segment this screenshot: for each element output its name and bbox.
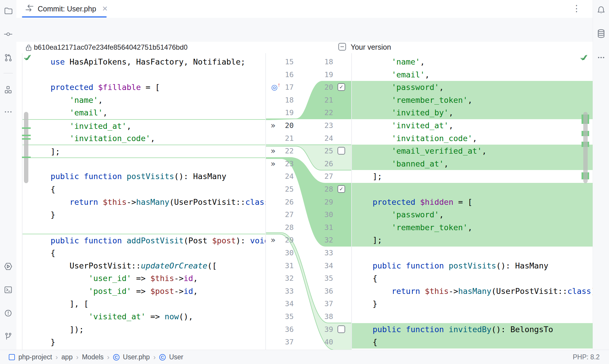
code-line: 'invitation_code', <box>22 132 265 145</box>
line-number-left: 21 <box>276 132 294 145</box>
breadcrumb-php-project[interactable]: php-project <box>18 353 52 361</box>
line-number-left: 26 <box>276 196 294 209</box>
chevron-marker-icon[interactable]: » <box>271 157 276 170</box>
code-line: public function postVisits(): HasMany <box>351 259 593 272</box>
hide-gutter-icons-icon[interactable] <box>596 53 606 63</box>
code-line <box>351 247 593 259</box>
breadcrumb-app[interactable]: app <box>61 353 72 361</box>
status-bar: php-project › app › Models › C User.php … <box>0 350 609 364</box>
more-tool-windows-icon[interactable] <box>3 107 13 117</box>
project-icon <box>9 354 15 360</box>
code-line: ]; <box>351 170 593 183</box>
breadcrumb: php-project › app › Models › C User.php … <box>0 353 183 361</box>
close-tab-icon[interactable]: ✕ <box>102 5 108 13</box>
line-number-right: 30 <box>316 208 333 221</box>
chevron-marker-icon[interactable]: » <box>271 234 276 247</box>
breadcrumb-models[interactable]: Models <box>82 353 103 361</box>
line-number-left: 30 <box>276 247 294 259</box>
line-number-left: 18 <box>276 94 294 107</box>
breadcrumb-user-class[interactable]: User <box>169 353 184 361</box>
diff-compare-icon <box>25 4 34 13</box>
left-scrollbar-change-mark <box>22 157 31 158</box>
code-line: 'remember_token', <box>351 221 593 234</box>
code-line: public function postVisits(): HasMany <box>22 170 265 183</box>
line-number-left: 28 <box>276 221 294 234</box>
code-line: { <box>351 336 593 349</box>
editor-tab-bar: Commit: User.php ✕ ⋮ <box>16 0 593 18</box>
chevron-marker-icon[interactable]: » <box>271 119 276 132</box>
change-checkbox-unchecked[interactable] <box>338 147 345 155</box>
commit-icon[interactable] <box>3 29 13 39</box>
code-line: } <box>22 336 265 349</box>
code-line: } <box>22 208 265 221</box>
class-icon: C <box>113 354 120 360</box>
left-scrollbar-change-mark <box>22 127 31 129</box>
kebab-menu-icon[interactable]: ⋮ <box>572 4 581 13</box>
database-icon[interactable] <box>596 29 606 39</box>
left-revision-hash: b610ea12171ac07e234fe8564042751b51476bd0 <box>34 43 188 51</box>
change-checkbox-checked[interactable]: ✓ <box>338 185 345 193</box>
code-line: ]; <box>351 234 593 247</box>
code-line <box>351 183 593 196</box>
your-version-checkbox[interactable] <box>338 43 346 51</box>
git-branch-icon[interactable] <box>3 332 13 342</box>
line-number-left: 32 <box>276 272 294 285</box>
services-run-icon[interactable] <box>3 261 13 271</box>
line-number-left: 24 <box>276 170 294 183</box>
line-number-left: 37 <box>276 336 294 349</box>
right-scrollbar-thumb[interactable] <box>583 112 588 183</box>
php-version-widget[interactable]: PHP: 8.2 <box>573 353 600 361</box>
code-line <box>22 157 265 170</box>
line-number-left: 33 <box>276 285 294 298</box>
line-number-right: 24 <box>316 132 333 145</box>
line-number-left: 19 <box>276 106 294 119</box>
caret-mark-icon: ◎ <box>271 81 278 94</box>
code-line: ]); <box>22 323 265 336</box>
line-number-right: 32 <box>316 234 333 247</box>
project-folder-icon[interactable] <box>3 6 13 16</box>
diff-header-row: b610ea12171ac07e234fe8564042751b51476bd0… <box>16 42 593 53</box>
line-number-right: 31 <box>316 221 333 234</box>
active-tab-underline <box>22 16 107 18</box>
code-line: protected $fillable = [ <box>22 81 265 94</box>
chevron-marker-icon[interactable]: » <box>271 145 276 157</box>
left-tool-strip <box>0 0 17 350</box>
code-line: 'email_verified_at', <box>351 145 593 157</box>
change-checkbox-unchecked[interactable] <box>338 325 345 333</box>
code-line: 'invitation_code', <box>351 132 593 145</box>
notifications-bell-icon[interactable] <box>596 5 606 15</box>
structure-icon[interactable] <box>3 85 13 95</box>
line-number-left: 25 <box>276 183 294 196</box>
line-number-right: 38 <box>316 310 333 323</box>
pane-edge <box>22 53 23 350</box>
tab-commit-user-php[interactable]: Commit: User.php ✕ <box>22 0 111 18</box>
code-line: { <box>22 183 265 196</box>
change-checkbox-checked[interactable]: ✓ <box>338 83 345 91</box>
diff-editors: use HasApiTokens, HasFactory, Notifiable… <box>16 53 593 350</box>
left-editor-pane[interactable]: use HasApiTokens, HasFactory, Notifiable… <box>22 53 265 350</box>
pane-edge <box>351 53 352 350</box>
line-number-left: 27 <box>276 208 294 221</box>
line-number-right: 22 <box>316 106 333 119</box>
line-number-left: 20 <box>276 119 294 132</box>
line-number-right: 23 <box>316 119 333 132</box>
diff-gutter: 151617◎↑181920»2122»23»242526272829»3031… <box>265 53 351 350</box>
left-scrollbar-change-mark <box>22 135 31 136</box>
pull-requests-icon[interactable] <box>3 53 13 63</box>
all-checked-icon-left <box>23 54 33 62</box>
line-number-left: 16 <box>276 68 294 81</box>
terminal-icon[interactable] <box>3 285 13 295</box>
chevron-right-icon: › <box>153 353 156 361</box>
breadcrumb-user-php[interactable]: User.php <box>123 353 150 361</box>
line-number-left: 15 <box>276 56 294 68</box>
left-scrollbar-thumb[interactable] <box>24 112 28 183</box>
caret-mark-arrow-icon: ↑ <box>278 82 281 88</box>
chevron-right-icon: › <box>107 353 110 361</box>
line-number-right: 27 <box>316 170 333 183</box>
line-number-left: 34 <box>276 297 294 310</box>
right-editor-pane[interactable]: 'name', 'email', 'password', 'remember_t… <box>351 53 593 350</box>
problems-icon[interactable] <box>3 308 13 318</box>
code-line: 'password', <box>351 81 593 94</box>
diff-toolbar: ↑ ↓ ✎ ← → Side-by-side viewer Do not ign… <box>16 18 593 42</box>
code-line: { <box>351 272 593 285</box>
